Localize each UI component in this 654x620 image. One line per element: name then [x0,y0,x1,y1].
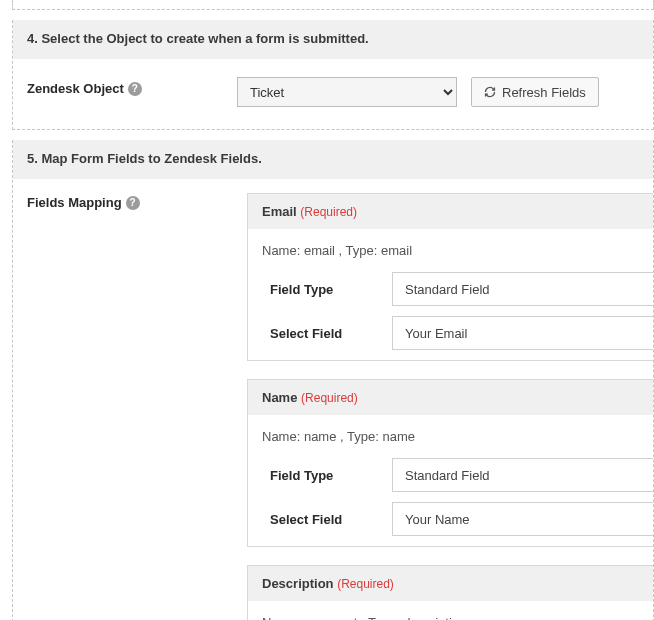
help-icon[interactable]: ? [128,82,142,96]
fields-mapping-label-text: Fields Mapping [27,195,122,210]
mapping-card-email: Email (Required) Name: email , Type: ema… [247,193,653,361]
card-title: Description [262,576,334,591]
section5-header: 5. Map Form Fields to Zendesk Fields. [13,140,653,179]
required-badge: (Required) [300,205,357,219]
required-badge: (Required) [301,391,358,405]
card-meta: Name: comment , Type: description [248,601,653,620]
section4-header: 4. Select the Object to create when a fo… [13,20,653,59]
field-type-input[interactable] [392,272,653,306]
mapping-card-description: Description (Required) Name: comment , T… [247,565,653,620]
field-type-label: Field Type [262,282,392,297]
field-type-input[interactable] [392,458,653,492]
select-field-label: Select Field [262,326,392,341]
card-header: Description (Required) [248,566,653,601]
section-field-mapping: 5. Map Form Fields to Zendesk Fields. Fi… [12,140,654,620]
card-title: Name [262,390,297,405]
zendesk-object-select[interactable]: Ticket [237,77,457,107]
refresh-fields-button[interactable]: Refresh Fields [471,77,599,107]
required-badge: (Required) [337,577,394,591]
card-header: Name (Required) [248,380,653,415]
field-type-label: Field Type [262,468,392,483]
zendesk-object-label: Zendesk Object ? [27,77,227,96]
previous-panel-edge [12,0,654,10]
card-header: Email (Required) [248,194,653,229]
select-field-label: Select Field [262,512,392,527]
card-meta: Name: email , Type: email [248,229,653,272]
select-field-input[interactable] [392,502,653,536]
card-title: Email [262,204,297,219]
zendesk-object-label-text: Zendesk Object [27,81,124,96]
select-field-input[interactable] [392,316,653,350]
mapping-card-name: Name (Required) Name: name , Type: name … [247,379,653,547]
help-icon[interactable]: ? [126,196,140,210]
refresh-icon [484,86,496,98]
refresh-fields-label: Refresh Fields [502,85,586,100]
section-object-select: 4. Select the Object to create when a fo… [12,20,654,130]
fields-mapping-label: Fields Mapping ? [27,193,237,210]
card-meta: Name: name , Type: name [248,415,653,458]
